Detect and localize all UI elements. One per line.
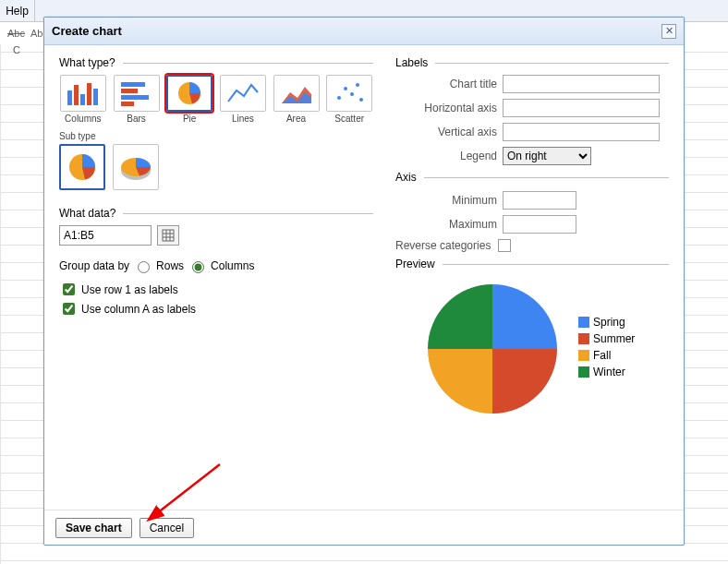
chart-title-label: Chart title [395,78,503,90]
legend-label: Legend [395,150,503,162]
preview-area: Spring Summer Fall Winter [395,280,669,418]
chart-type-area-label: Area [286,114,306,124]
svg-point-15 [356,83,359,87]
sub-type-pie-flat[interactable] [59,144,105,190]
group-by-columns-radio[interactable] [192,261,204,273]
what-type-heading: What type? [59,56,115,69]
legend-fall: Fall [593,349,611,362]
svg-rect-4 [93,89,98,105]
chart-type-lines[interactable] [220,75,266,112]
use-row1-checkbox[interactable] [63,283,75,295]
h-axis-input[interactable] [503,99,660,117]
what-data-heading: What data? [59,207,115,220]
svg-rect-5 [121,82,145,87]
use-row1-label: Use row 1 as labels [81,283,178,296]
reverse-categories-checkbox[interactable] [498,239,511,252]
chart-type-bars-label: Bars [127,114,146,124]
chart-type-lines-label: Lines [232,114,254,124]
save-chart-button[interactable]: Save chart [55,518,132,538]
group-by-rows-label: Rows [156,259,184,272]
chart-title-input[interactable] [503,75,660,93]
legend-spring: Spring [593,316,625,329]
svg-rect-6 [121,89,138,93]
use-colA-label: Use column A as labels [81,303,196,316]
v-axis-input[interactable] [503,123,660,141]
svg-rect-2 [80,94,85,105]
axis-heading: Axis [395,171,417,184]
preview-pie-chart [423,280,562,418]
h-axis-label: Horizontal axis [395,102,503,114]
use-colA-checkbox[interactable] [63,303,75,315]
svg-rect-3 [87,83,91,105]
minimum-input[interactable] [503,191,576,210]
dialog-titlebar: Create chart ✕ [44,18,684,45]
preview-legend: Spring Summer Fall Winter [578,316,635,382]
column-header-c: C [0,44,33,55]
dialog-title: Create chart [52,24,122,38]
maximum-input[interactable] [503,215,576,234]
chart-type-scatter-label: Scatter [334,114,364,124]
legend-summer: Summer [593,332,635,345]
group-by-columns-label: Columns [211,259,254,272]
minimum-label: Minimum [395,194,503,207]
toolbar-abc-strike[interactable]: Abc [7,28,25,39]
menu-help[interactable]: Help [0,0,35,21]
chart-type-columns[interactable] [60,75,106,112]
v-axis-label: Vertical axis [395,126,503,138]
maximum-label: Maximum [395,218,503,231]
select-range-button[interactable] [157,225,179,246]
labels-heading: Labels [395,56,428,69]
chart-type-scatter[interactable] [326,75,372,112]
legend-winter: Winter [593,366,625,378]
svg-rect-0 [67,90,72,105]
cancel-button[interactable]: Cancel [140,518,194,538]
svg-point-12 [337,96,341,100]
svg-rect-7 [121,95,149,100]
legend-select[interactable]: On right [503,147,591,165]
svg-point-13 [344,87,347,90]
chart-type-pie[interactable] [166,75,212,112]
create-chart-dialog: Create chart ✕ What type? [43,17,685,546]
group-by-label: Group data by [59,259,129,272]
close-icon[interactable]: ✕ [661,24,676,39]
reverse-categories-label: Reverse categories [395,239,498,252]
svg-point-16 [359,98,363,102]
chart-type-bars[interactable] [114,75,160,112]
svg-rect-1 [74,85,79,105]
group-by-rows-radio[interactable] [138,261,150,273]
svg-rect-19 [163,230,174,241]
sub-type-pie-3d[interactable] [113,144,159,190]
chart-type-pie-label: Pie [183,114,196,124]
svg-point-14 [350,92,354,96]
data-range-input[interactable] [59,225,152,246]
svg-rect-8 [121,102,134,106]
chart-type-area[interactable] [273,75,320,112]
chart-type-columns-label: Columns [65,114,101,124]
sub-type-heading: Sub type [59,131,373,141]
preview-heading: Preview [395,258,435,270]
